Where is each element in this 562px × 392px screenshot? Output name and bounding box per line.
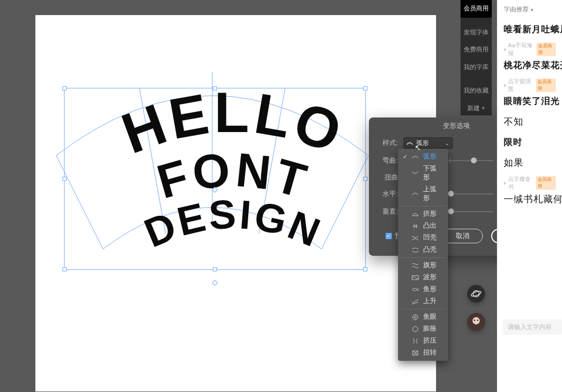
style-dropdown-menu: ✓弧形下弧形上弧形拱形凸出凹壳凸壳旗形波形鱼形上升鱼眼膨胀挤压扭转 — [398, 149, 448, 361]
warp-style-icon — [412, 262, 419, 269]
font-sample: 如果 — [504, 156, 556, 169]
svg-point-6 — [413, 326, 418, 332]
style-option-8[interactable]: 波形 — [398, 271, 448, 283]
svg-point-13 — [477, 320, 479, 321]
tab-free[interactable]: 免费商用 — [461, 41, 492, 59]
selection-bbox[interactable] — [64, 88, 366, 270]
font-card-meta: Aa手写海报会员商用 — [504, 42, 556, 57]
style-option-label: 下弧形 — [423, 164, 443, 182]
checkbox-icon: ✓ — [386, 233, 392, 239]
resize-handle[interactable] — [213, 86, 217, 90]
resize-handle[interactable] — [363, 267, 367, 271]
tab-discover[interactable]: 发现字体 — [461, 24, 492, 42]
style-option-label: 凸壳 — [423, 245, 443, 254]
font-preview-input[interactable]: 请输入文字内容 — [503, 319, 562, 335]
style-option-7[interactable]: 旗形 — [398, 259, 448, 271]
style-option-12[interactable]: 膨胀 — [398, 323, 448, 335]
chevron-down-icon: ▾ — [531, 7, 533, 12]
style-option-label: 旗形 — [423, 261, 443, 270]
label-distort: 扭曲 — [377, 173, 398, 182]
chevron-down-icon: ⌄ — [445, 140, 449, 146]
cancel-button[interactable]: 取消 — [442, 229, 483, 243]
style-option-14[interactable]: 扭转 — [398, 347, 448, 359]
style-option-11[interactable]: 鱼眼 — [398, 311, 448, 323]
floating-tools — [467, 285, 485, 331]
warp-style-icon — [412, 234, 419, 242]
tab-my-fonts[interactable]: 我的字库 — [461, 59, 492, 76]
svg-point-5 — [414, 316, 416, 318]
warp-style-icon — [412, 313, 419, 321]
font-card[interactable]: 不知 — [497, 109, 562, 130]
font-card[interactable]: 唯看新月吐蛾眉 — [497, 17, 562, 37]
style-option-label: 凹壳 — [423, 233, 443, 242]
style-option-label: 波形 — [423, 273, 443, 282]
style-option-9[interactable]: 鱼形 — [398, 283, 448, 295]
font-card[interactable]: 点字倔强黑会员商用眼睛笑了泪光 — [497, 73, 562, 109]
rotate-handle[interactable] — [212, 280, 218, 285]
style-select[interactable]: 弧形 ⌄ — [403, 137, 453, 149]
style-option-label: 凸出 — [423, 221, 443, 230]
style-option-label: 鱼形 — [423, 285, 443, 294]
warp-style-icon — [412, 286, 419, 293]
warp-style-icon — [412, 246, 419, 254]
font-card[interactable]: 限时 — [497, 130, 562, 150]
warp-style-icon — [412, 153, 419, 161]
check-icon: ✓ — [402, 153, 407, 160]
style-option-label: 拱形 — [423, 210, 443, 218]
resize-handle[interactable] — [363, 86, 367, 90]
label-bend: 弯曲: — [377, 156, 398, 165]
style-option-5[interactable]: 凹壳 — [398, 232, 448, 244]
style-option-13[interactable]: 挤压 — [398, 335, 448, 347]
font-card[interactable]: 如果 — [497, 150, 562, 171]
style-option-label: 膨胀 — [423, 324, 443, 333]
style-option-label: 挤压 — [423, 336, 443, 345]
warp-style-icon — [412, 169, 419, 177]
style-option-2[interactable]: 上弧形 — [398, 184, 448, 204]
label-vertical: 垂直: — [377, 207, 398, 216]
warp-style-icon — [412, 274, 419, 281]
arc-icon — [406, 140, 413, 147]
label-style: 样式: — [377, 138, 398, 148]
font-card[interactable]: Aa手写海报会员商用桃花净尽菜花开 — [497, 37, 562, 73]
svg-point-4 — [413, 315, 418, 320]
style-option-6[interactable]: 凸壳 — [398, 244, 448, 256]
style-option-3[interactable]: 拱形 — [398, 208, 448, 220]
style-option-label: 鱼眼 — [423, 312, 443, 321]
font-panel-header[interactable]: 字由推荐▾ — [497, 0, 562, 17]
avatar[interactable] — [467, 313, 485, 331]
style-option-10[interactable]: 上升 — [398, 295, 448, 307]
font-sample: 限时 — [504, 136, 556, 148]
warp-style-icon — [412, 298, 419, 305]
planet-icon[interactable] — [467, 285, 485, 303]
svg-point-12 — [474, 320, 476, 321]
svg-point-9 — [471, 290, 481, 297]
style-option-1[interactable]: 下弧形 — [398, 163, 448, 184]
style-option-label: 扭转 — [423, 348, 443, 357]
font-sample: 唯看新月吐蛾眉 — [504, 23, 556, 35]
style-select-value: 弧形 — [416, 139, 429, 148]
style-option-4[interactable]: 凸出 — [398, 220, 448, 232]
resize-handle[interactable] — [213, 267, 217, 271]
warp-style-icon — [412, 190, 419, 198]
resize-handle[interactable] — [62, 177, 67, 181]
font-card[interactable]: 点字瘦金书会员商用一缄书札藏何事 — [497, 171, 562, 207]
label-horizontal: 水平: — [377, 189, 398, 199]
font-card-meta: 点字倔强黑会员商用 — [504, 77, 556, 93]
resize-handle[interactable] — [363, 177, 367, 181]
warp-style-icon — [412, 337, 419, 345]
tab-new[interactable]: 新建 + — [461, 100, 492, 117]
tab-member[interactable]: 会员商用 — [461, 0, 492, 18]
style-option-label: 上升 — [423, 297, 443, 306]
font-recommend-panel: 字由推荐▾ 唯看新月吐蛾眉Aa手写海报会员商用桃花净尽菜花开点字倔强黑会员商用眼… — [497, 0, 562, 392]
style-option-0[interactable]: ✓弧形 — [398, 151, 448, 163]
warp-style-icon — [412, 325, 419, 333]
font-card-meta: 点字瘦金书会员商用 — [504, 175, 556, 191]
font-sample: 不知 — [504, 115, 556, 128]
font-sample: 一缄书札藏何事 — [504, 193, 556, 205]
warp-style-icon — [412, 223, 419, 230]
font-side-tabs: 会员商用 发现字体 免费商用 我的字库 我的收藏 新建 + — [461, 0, 492, 115]
tab-favorites[interactable]: 我的收藏 — [461, 82, 492, 100]
warp-handle[interactable] — [212, 187, 218, 193]
resize-handle[interactable] — [62, 86, 67, 90]
resize-handle[interactable] — [62, 267, 67, 271]
